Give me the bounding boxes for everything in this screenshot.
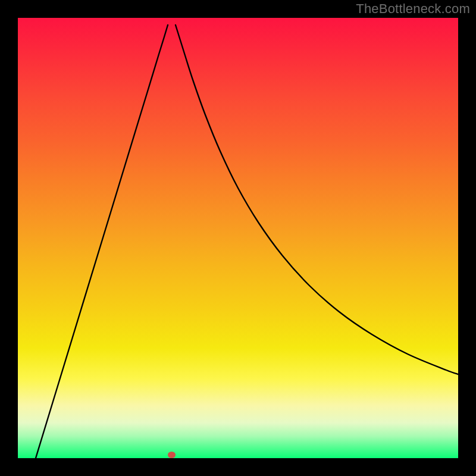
curve-right-branch: [176, 25, 458, 374]
chart-frame: TheBottleneck.com: [0, 0, 476, 476]
plot-area: [18, 18, 458, 458]
curve-left-branch: [36, 25, 168, 458]
minimum-marker-icon: [168, 452, 176, 458]
bottleneck-curve: [18, 18, 458, 458]
watermark-text: TheBottleneck.com: [356, 1, 470, 17]
